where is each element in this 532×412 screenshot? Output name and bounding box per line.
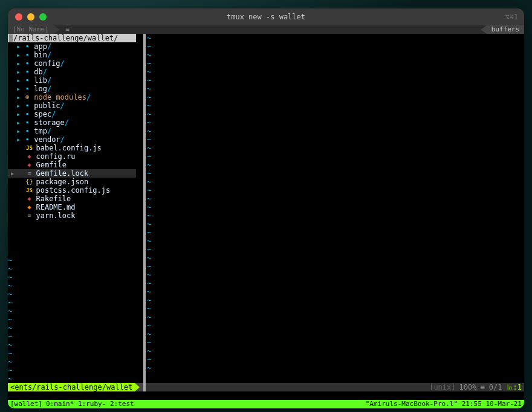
tree-folder-vendor[interactable]: ▸▪vendor/ xyxy=(8,135,136,144)
tree-folder-bin[interactable]: ▸▪bin/ xyxy=(8,51,136,59)
chevron-right-icon: ▸ xyxy=(16,59,21,68)
indent-icon xyxy=(10,51,16,59)
cursor-icon xyxy=(9,34,13,42)
command-line[interactable] xyxy=(8,391,524,400)
tree-file-Rakefile[interactable]: ◆Rakefile xyxy=(8,195,136,203)
tilde-icon: ~ xyxy=(147,220,524,228)
indent-icon xyxy=(10,76,16,85)
gr-icon: ≡ xyxy=(25,169,33,178)
tree-folder-public[interactable]: ▸▪public/ xyxy=(8,101,136,110)
tree-folder-db[interactable]: ▸▪db/ xyxy=(8,68,136,76)
tree-path: /rails-challenge/wallet/ xyxy=(13,34,118,42)
tree-file-yarn.lock[interactable]: ≡yarn.lock xyxy=(8,211,136,220)
close-icon[interactable] xyxy=(15,13,22,21)
tilde-icon: ~ xyxy=(147,296,524,304)
tree-item-label: storage xyxy=(34,118,65,127)
folder-icon: ▪ xyxy=(23,68,31,76)
slash-icon: / xyxy=(47,85,51,93)
slash-icon: / xyxy=(47,42,51,51)
tree-file-README.md[interactable]: ◆README.md xyxy=(8,203,136,211)
tree-folder-app[interactable]: ▸▪app/ xyxy=(8,42,136,51)
menu-icon[interactable]: ≡ xyxy=(66,25,70,34)
tilde-icon: ~ xyxy=(8,366,136,375)
window-title: tmux new -s wallet xyxy=(8,13,524,21)
tree-file-config.ru[interactable]: ◆config.ru xyxy=(8,152,136,161)
folder-icon: ▪ xyxy=(23,101,31,110)
indent-icon xyxy=(10,186,16,195)
slash-icon: / xyxy=(43,68,47,76)
status-path: <ents/rails-challenge/wallet xyxy=(8,383,135,391)
tilde-icon: ~ xyxy=(147,110,524,118)
tilde-icon: ~ xyxy=(8,341,136,349)
tilde-icon: ~ xyxy=(147,211,524,220)
tree-file-babel.config.js[interactable]: JSbabel.config.js xyxy=(8,144,136,152)
md-icon: ◆ xyxy=(25,203,33,211)
folder-icon: ▪ xyxy=(23,110,31,118)
file-tree[interactable]: ▸▪app/ ▸▪bin/ ▸▪config/ ▸▪db/ ▸▪lib/ ▸▪l… xyxy=(8,42,136,256)
tilde-icon: ~ xyxy=(147,101,524,110)
tree-item-label: config xyxy=(34,59,60,68)
tmux-session: [wallet] xyxy=(8,400,45,408)
tilde-icon: ~ xyxy=(147,85,524,93)
tmux-right: "Amiruls-MacBook-Pro.l" 21:55 10-Mar-21 xyxy=(366,400,524,408)
status-percent: 100% xyxy=(459,383,477,391)
tilde-icon: ~ xyxy=(147,68,524,76)
tree-item-label: db xyxy=(34,68,42,76)
tmux-windows[interactable]: 0:main* 1:ruby- 2:test xyxy=(45,400,135,408)
tilde-icon: ~ xyxy=(147,237,524,245)
tilde-icon: ~ xyxy=(147,288,524,296)
slash-icon: / xyxy=(60,59,65,68)
chevron-right-icon: ▸ xyxy=(16,68,21,76)
tilde-icon: ~ xyxy=(147,42,524,51)
status-lines: ≡ 0/1 xyxy=(480,383,502,391)
tree-folder-log[interactable]: ▸▪log/ xyxy=(8,85,136,93)
indent-icon xyxy=(10,178,16,186)
buffer-tabline: [No Name] ≡ buffers xyxy=(8,25,524,34)
tilde-icon: ~ xyxy=(147,118,524,127)
tilde-icon: ~ xyxy=(147,313,524,321)
tree-file-Gemfile[interactable]: ◆Gemfile xyxy=(8,161,136,169)
zoom-icon[interactable] xyxy=(39,13,47,21)
slash-icon: / xyxy=(60,101,65,110)
tree-folder-node_modules[interactable]: ▸⊛node_modules/ xyxy=(8,93,136,101)
tree-item-label: bin xyxy=(34,51,47,59)
chevron-right-icon: ▸ xyxy=(16,51,21,59)
tilde-icon: ~ xyxy=(147,203,524,211)
tilde-icon: ~ xyxy=(147,347,524,355)
tilde-icon: ~ xyxy=(147,321,524,330)
tree-file-package.json[interactable]: {}package.json xyxy=(8,178,136,186)
tree-folder-config[interactable]: ▸▪config/ xyxy=(8,59,136,68)
editor-pane[interactable]: ~~~~~~~~~~~~~~~~~~~~~~~~~~~~~~~~~~~~~~~~ xyxy=(146,34,524,408)
tree-item-label: vendor xyxy=(34,135,60,144)
slash-icon: / xyxy=(60,135,65,144)
tree-folder-storage[interactable]: ▸▪storage/ xyxy=(8,118,136,127)
tilde-icon: ~ xyxy=(147,178,524,186)
tree-folder-spec[interactable]: ▸▪spec/ xyxy=(8,110,136,118)
tilde-icon: ~ xyxy=(8,298,136,307)
file-tree-pane[interactable]: /rails-challenge/wallet/ ▸▪app/ ▸▪bin/ ▸… xyxy=(8,34,136,408)
indent-icon xyxy=(10,118,16,127)
tmux-host: "Amiruls-MacBook-Pro.l" xyxy=(366,400,458,408)
tilde-icon: ~ xyxy=(147,51,524,59)
indent-icon: ▸ xyxy=(10,169,16,178)
tree-item-label: spec xyxy=(34,110,51,118)
tree-file-postcss.config.js[interactable]: JSpostcss.config.js xyxy=(8,186,136,195)
minimize-icon[interactable] xyxy=(27,13,34,21)
titlebar[interactable]: tmux new -s wallet ⌥⌘1 xyxy=(8,8,524,25)
tab-noname[interactable]: [No Name] xyxy=(8,25,57,34)
buffers-label[interactable]: buffers xyxy=(487,25,524,34)
tree-item-label: yarn.lock xyxy=(36,211,75,220)
tree-item-label: config.ru xyxy=(36,152,75,161)
chevron-right-icon: ▸ xyxy=(16,42,21,51)
tilde-icon: ~ xyxy=(8,315,136,324)
tree-folder-lib[interactable]: ▸▪lib/ xyxy=(8,76,136,85)
tree-folder-tmp[interactable]: ▸▪tmp/ xyxy=(8,127,136,135)
tilde-column-right: ~~~~~~~~~~~~~~~~~~~~~~~~~~~~~~~~~~~~~~~~ xyxy=(146,34,524,372)
tilde-icon: ~ xyxy=(147,186,524,195)
tree-file-Gemfile.lock[interactable]: ▸ ≡Gemfile.lock xyxy=(8,169,136,178)
tree-item-label: public xyxy=(34,101,60,110)
tilde-icon: ~ xyxy=(147,254,524,262)
tmux-date: 10-Mar-21 xyxy=(485,400,522,408)
indent-icon xyxy=(10,144,16,152)
folder-icon: ▪ xyxy=(23,51,31,59)
